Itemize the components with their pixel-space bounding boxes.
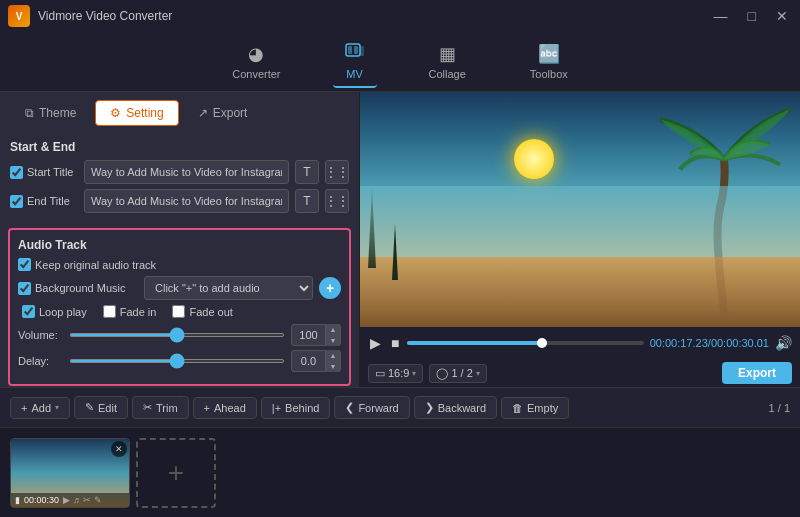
- tab-theme[interactable]: ⧉ Theme: [10, 100, 91, 126]
- delay-down-button[interactable]: ▼: [326, 361, 340, 372]
- volume-up-button[interactable]: ▲: [326, 324, 340, 335]
- nav-mv[interactable]: MV: [333, 36, 377, 88]
- start-title-checkbox[interactable]: [10, 166, 23, 179]
- start-end-title: Start & End: [10, 140, 349, 154]
- add-audio-button[interactable]: +: [319, 277, 341, 299]
- loop-play-checkbox[interactable]: [22, 305, 35, 318]
- export-label: Export: [213, 106, 248, 120]
- start-title-checkbox-label[interactable]: Start Title: [10, 166, 78, 179]
- delay-label: Delay:: [18, 355, 63, 367]
- film-frame-icon: ▮: [15, 495, 20, 505]
- background-music-label[interactable]: Background Music: [18, 282, 138, 295]
- maximize-button[interactable]: □: [744, 6, 760, 26]
- page-icon: ◯: [436, 367, 448, 380]
- close-button[interactable]: ✕: [772, 6, 792, 26]
- ratio-icon: ▭: [375, 367, 385, 380]
- content-area: ⧉ Theme ⚙ Setting ↗ Export Start & End S…: [0, 92, 800, 387]
- background-music-text: Background Music: [35, 282, 126, 294]
- tab-export[interactable]: ↗ Export: [183, 100, 263, 126]
- film-clip-overlay: ▮ 00:00:30 ▶ ♬ ✂ ✎: [11, 493, 129, 507]
- progress-bar[interactable]: [407, 341, 643, 345]
- end-title-grid-button[interactable]: ⋮⋮: [325, 189, 349, 213]
- film-cut-icon: ✂: [83, 495, 91, 505]
- edit-button[interactable]: ✎ Edit: [74, 396, 128, 419]
- fade-in-label[interactable]: Fade in: [103, 305, 157, 318]
- add-chevron-icon: ▾: [55, 403, 59, 412]
- behind-label: Behind: [285, 402, 319, 414]
- add-plus-icon: +: [21, 402, 27, 414]
- delay-value: 0.0: [292, 355, 325, 367]
- add-clip-button[interactable]: +: [136, 438, 216, 508]
- collage-icon: ▦: [439, 43, 456, 65]
- nav-toolbox[interactable]: 🔤 Toolbox: [518, 37, 580, 86]
- tab-setting[interactable]: ⚙ Setting: [95, 100, 178, 126]
- audio-options-row: Loop play Fade in Fade out: [22, 305, 341, 318]
- audio-select[interactable]: Click "+" to add audio: [144, 276, 313, 300]
- play-button[interactable]: ▶: [368, 333, 383, 353]
- backward-button[interactable]: ❯ Backward: [414, 396, 497, 419]
- delay-row: Delay: 0.0 ▲ ▼: [18, 350, 341, 372]
- volume-value: 100: [292, 329, 325, 341]
- minimize-button[interactable]: ―: [710, 6, 732, 26]
- ahead-button[interactable]: + Ahead: [193, 397, 257, 419]
- film-control-icons: ▶ ♬ ✂ ✎: [63, 495, 102, 505]
- time-display: 00:00:17.23/00:00:30.01: [650, 337, 769, 349]
- volume-slider[interactable]: [69, 333, 285, 337]
- export-button[interactable]: Export: [722, 362, 792, 384]
- forward-label: Forward: [358, 402, 398, 414]
- video-controls: ▶ ■ 00:00:17.23/00:00:30.01 🔊: [360, 327, 800, 359]
- fade-out-text: Fade out: [189, 306, 232, 318]
- setting-gear-icon: ⚙: [110, 106, 121, 120]
- water-overlay: [360, 186, 800, 257]
- volume-down-button[interactable]: ▼: [326, 335, 340, 346]
- trim-scissors-icon: ✂: [143, 401, 152, 414]
- behind-button[interactable]: |+ Behind: [261, 397, 331, 419]
- keep-original-label[interactable]: Keep original audio track: [18, 258, 156, 271]
- film-time: 00:00:30: [24, 495, 59, 505]
- end-title-checkbox[interactable]: [10, 195, 23, 208]
- film-edit-icon: ✎: [94, 495, 102, 505]
- stop-button[interactable]: ■: [389, 333, 401, 353]
- trim-label: Trim: [156, 402, 178, 414]
- delay-slider[interactable]: [69, 359, 285, 363]
- forward-button[interactable]: ❮ Forward: [334, 396, 409, 419]
- start-title-input[interactable]: [84, 160, 289, 184]
- add-button[interactable]: + Add ▾: [10, 397, 70, 419]
- backward-label: Backward: [438, 402, 486, 414]
- empty-button[interactable]: 🗑 Empty: [501, 397, 569, 419]
- background-music-checkbox[interactable]: [18, 282, 31, 295]
- volume-spinners: ▲ ▼: [325, 324, 340, 346]
- end-title-label-text: End Title: [27, 195, 70, 207]
- theme-label: Theme: [39, 106, 76, 120]
- trim-button[interactable]: ✂ Trim: [132, 396, 189, 419]
- mv-label: MV: [346, 68, 363, 80]
- forward-icon: ❮: [345, 401, 354, 414]
- end-title-row: End Title T ⋮⋮: [10, 189, 349, 213]
- start-title-label-text: Start Title: [27, 166, 73, 178]
- end-title-checkbox-label[interactable]: End Title: [10, 195, 78, 208]
- loop-play-label[interactable]: Loop play: [22, 305, 87, 318]
- film-clip: ✕ ▮ 00:00:30 ▶ ♬ ✂ ✎: [10, 438, 130, 508]
- add-clip-icon: +: [168, 457, 184, 489]
- start-title-grid-button[interactable]: ⋮⋮: [325, 160, 349, 184]
- page-button[interactable]: ◯ 1 / 2 ▾: [429, 364, 486, 383]
- volume-button[interactable]: 🔊: [775, 335, 792, 351]
- toolbox-icon: 🔤: [538, 43, 560, 65]
- filmstrip: ✕ ▮ 00:00:30 ▶ ♬ ✂ ✎ +: [0, 427, 800, 517]
- end-title-input[interactable]: [84, 189, 289, 213]
- fade-out-label[interactable]: Fade out: [172, 305, 232, 318]
- nav-converter[interactable]: ◕ Converter: [220, 37, 292, 86]
- start-title-row: Start Title T ⋮⋮: [10, 160, 349, 184]
- delay-up-button[interactable]: ▲: [326, 350, 340, 361]
- nav-collage[interactable]: ▦ Collage: [417, 37, 478, 86]
- fade-out-checkbox[interactable]: [172, 305, 185, 318]
- sub-tabs: ⧉ Theme ⚙ Setting ↗ Export: [0, 92, 359, 134]
- end-title-font-button[interactable]: T: [295, 189, 319, 213]
- fade-in-checkbox[interactable]: [103, 305, 116, 318]
- ratio-button[interactable]: ▭ 16:9 ▾: [368, 364, 423, 383]
- volume-label: Volume:: [18, 329, 63, 341]
- film-clip-close-button[interactable]: ✕: [111, 441, 127, 457]
- keep-original-checkbox[interactable]: [18, 258, 31, 271]
- volume-value-box: 100 ▲ ▼: [291, 324, 341, 346]
- start-title-font-button[interactable]: T: [295, 160, 319, 184]
